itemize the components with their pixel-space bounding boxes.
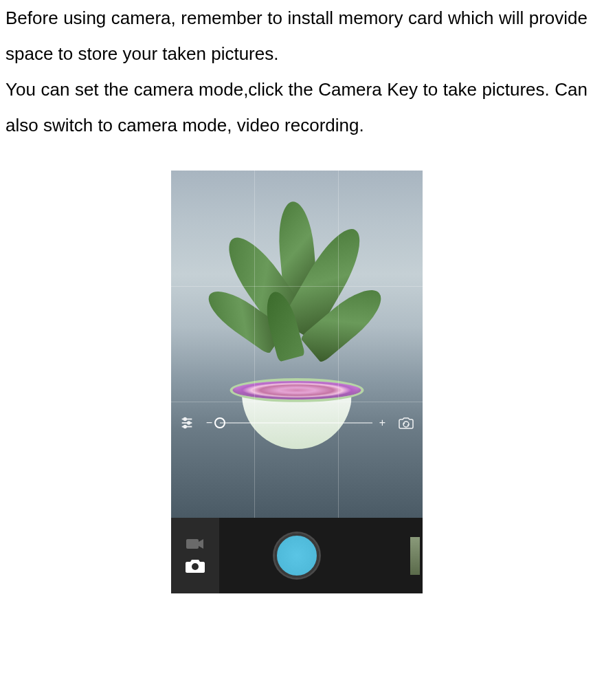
svg-point-7 [192,563,199,570]
photo-mode-icon[interactable] [186,558,205,573]
paragraph-2: You can set the camera mode,click the Ca… [5,72,588,143]
zoom-track[interactable] [220,422,372,424]
last-photo-thumbnail[interactable] [410,537,420,575]
shutter-area [219,534,374,578]
zoom-in-label: + [378,417,388,429]
shutter-button[interactable] [275,534,319,578]
svg-point-5 [183,426,186,428]
screenshot-wrapper: − + [0,171,593,593]
svg-point-3 [183,418,186,421]
video-mode-icon[interactable] [186,538,204,550]
camera-app-screenshot: − + [171,171,423,593]
zoom-out-label: − [205,417,214,429]
camera-viewfinder[interactable]: − + [171,171,423,518]
gallery-thumbnail-area[interactable] [374,518,423,593]
svg-rect-6 [186,539,199,549]
zoom-slider[interactable]: − + [205,417,388,429]
document-text: Before using camera, remember to install… [0,0,593,143]
svg-point-4 [187,422,190,424]
camera-bottom-bar [171,518,423,593]
paragraph-1: Before using camera, remember to install… [5,0,588,72]
zoom-thumb[interactable] [214,417,225,428]
viewfinder-controls: − + [171,409,423,437]
composition-grid [171,171,423,518]
switch-camera-icon[interactable] [398,416,414,430]
settings-icon[interactable] [179,415,194,430]
mode-toggle[interactable] [171,518,219,593]
